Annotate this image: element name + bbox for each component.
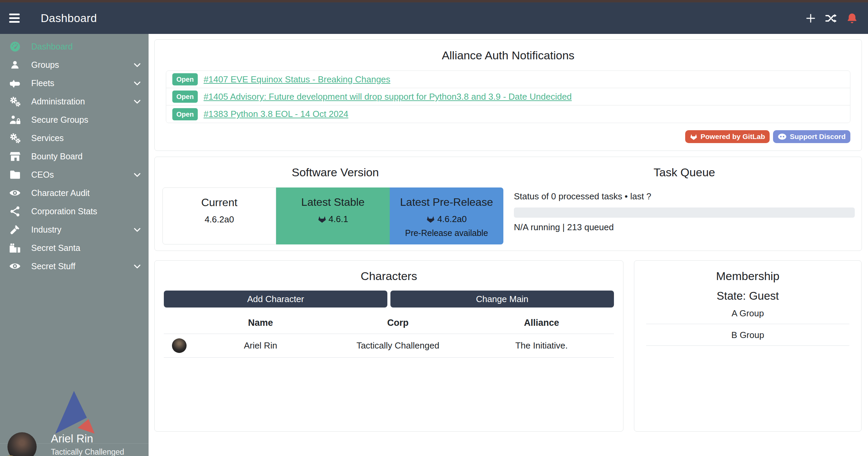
notifications-title: Alliance Auth Notifications bbox=[166, 49, 850, 62]
task-queue-column: Task Queue Status of 0 processed tasks •… bbox=[508, 157, 862, 251]
character-row: Ariel Rin Tactically Challenged The Init… bbox=[164, 334, 614, 358]
sidebar-item-bounty-board[interactable]: Bounty Board bbox=[0, 147, 149, 165]
tachometer-icon bbox=[8, 41, 22, 52]
task-queue-counts: N/A running | 213 queued bbox=[514, 222, 855, 233]
chevron-down-icon bbox=[133, 225, 142, 234]
window-top-strip bbox=[0, 0, 868, 2]
characters-col-portrait bbox=[164, 311, 194, 334]
gitlab-fox-icon bbox=[690, 133, 697, 140]
sidebar-item-services[interactable]: Services bbox=[0, 129, 149, 147]
sidebar-item-dashboard[interactable]: Dashboard bbox=[0, 37, 149, 56]
footer-badges: Powered by GitLab Support Discord bbox=[166, 130, 850, 143]
notification-row: Open #1383 Python 3.8 EOL - 14 Oct 2024 bbox=[166, 105, 850, 123]
gitlab-badge[interactable]: Powered by GitLab bbox=[685, 130, 770, 143]
status-badge: Open bbox=[172, 108, 198, 120]
chevron-down-icon bbox=[133, 170, 142, 179]
membership-groups: A Group B Group bbox=[646, 302, 849, 346]
gears-icon bbox=[8, 96, 22, 107]
characters-title: Characters bbox=[164, 270, 614, 283]
folder-icon bbox=[8, 170, 22, 180]
notifications-list: Open #1407 EVE Equinox Status - Breaking… bbox=[166, 71, 850, 123]
characters-col-name: Name bbox=[194, 311, 327, 334]
sidebar-item-corporation-stats[interactable]: Corporation Stats bbox=[0, 202, 149, 220]
shop-icon bbox=[8, 151, 22, 162]
add-character-button[interactable]: Add Character bbox=[164, 291, 387, 308]
sidebar-item-secret-santa[interactable]: Secret Santa bbox=[0, 239, 149, 257]
change-main-button[interactable]: Change Main bbox=[390, 291, 614, 308]
notification-link[interactable]: #1405 Advisory: Future development will … bbox=[204, 92, 572, 102]
chevron-down-icon bbox=[133, 97, 142, 106]
characters-col-corp: Corp bbox=[327, 311, 469, 334]
sidebar-item-industry[interactable]: Industry bbox=[0, 220, 149, 239]
gitlab-fox-icon bbox=[318, 215, 326, 223]
chevron-down-icon bbox=[133, 79, 142, 88]
version-boxes: Current 4.6.2a0 Latest Stable 4.6.1 Late… bbox=[162, 187, 503, 244]
version-latest-stable: Latest Stable 4.6.1 bbox=[276, 187, 390, 244]
character-alliance: The Initiative. bbox=[469, 334, 614, 358]
gitlab-fox-icon bbox=[426, 215, 435, 223]
character-corp: Tactically Challenged bbox=[327, 334, 469, 358]
characters-table: Name Corp Alliance Ariel Rin Tactically … bbox=[164, 311, 614, 358]
notifications-panel: Alliance Auth Notifications Open #1407 E… bbox=[154, 39, 862, 151]
shuffle-icon[interactable] bbox=[825, 13, 838, 24]
discord-badge[interactable]: Support Discord bbox=[773, 130, 850, 143]
version-latest-prerelease: Latest Pre-Release 4.6.2a0 Pre-Release a… bbox=[390, 187, 503, 244]
navbar-actions bbox=[805, 13, 858, 24]
software-version-title: Software Version bbox=[162, 166, 508, 179]
user-identity: Ariel Rin Tactically Challenged The Init… bbox=[51, 432, 124, 456]
eye-icon bbox=[8, 188, 22, 198]
user-icon bbox=[8, 60, 22, 70]
bell-icon[interactable] bbox=[846, 13, 858, 24]
user-lock-icon bbox=[8, 115, 22, 125]
membership-title: Membership bbox=[646, 270, 849, 283]
sidebar-item-groups[interactable]: Groups bbox=[0, 56, 149, 74]
characters-col-alliance: Alliance bbox=[469, 311, 614, 334]
sidebar-item-administration[interactable]: Administration bbox=[0, 92, 149, 111]
character-name: Ariel Rin bbox=[194, 334, 327, 358]
status-badge: Open bbox=[172, 73, 198, 85]
sidebar-item-fleets[interactable]: Fleets bbox=[0, 74, 149, 92]
user-corp: Tactically Challenged bbox=[51, 448, 124, 456]
user-name: Ariel Rin bbox=[51, 432, 124, 445]
sidebar-item-secret-stuff[interactable]: Secret Stuff bbox=[0, 257, 149, 275]
eye-icon bbox=[8, 261, 22, 271]
software-version-column: Software Version Current 4.6.2a0 Latest … bbox=[155, 157, 508, 251]
notification-row: Open #1405 Advisory: Future development … bbox=[166, 88, 850, 105]
hamburger-menu-icon[interactable] bbox=[9, 14, 20, 23]
characters-actions: Add Character Change Main bbox=[164, 291, 614, 308]
notification-link[interactable]: #1407 EVE Equinox Status - Breaking Chan… bbox=[204, 74, 390, 85]
character-portrait bbox=[172, 338, 187, 353]
bottom-row: Characters Add Character Change Main Nam… bbox=[154, 260, 862, 432]
main-content: Alliance Auth Notifications Open #1407 E… bbox=[149, 34, 868, 456]
membership-panel: Membership State: Guest A Group B Group bbox=[634, 260, 862, 432]
sidebar-item-character-audit[interactable]: Character Audit bbox=[0, 184, 149, 202]
discord-icon bbox=[778, 133, 787, 140]
add-icon[interactable] bbox=[805, 13, 816, 24]
hammer-icon bbox=[8, 224, 22, 235]
chevron-down-icon bbox=[133, 60, 142, 70]
task-queue-title: Task Queue bbox=[514, 166, 855, 179]
membership-group: A Group bbox=[646, 302, 849, 324]
user-avatar bbox=[5, 430, 46, 456]
membership-group: B Group bbox=[646, 324, 849, 346]
top-navbar: Dashboard bbox=[0, 2, 868, 34]
notification-row: Open #1407 EVE Equinox Status - Breaking… bbox=[166, 71, 850, 88]
character-portrait bbox=[7, 432, 37, 456]
sidebar: Dashboard Groups bbox=[0, 34, 149, 456]
status-badge: Open bbox=[172, 91, 198, 103]
task-queue-status: Status of 0 processed tasks • last ? bbox=[514, 191, 855, 202]
user-panel: Ariel Rin Tactically Challenged The Init… bbox=[0, 444, 149, 456]
alliance-auth-logo bbox=[53, 391, 96, 437]
sidebar-nav: Dashboard Groups bbox=[0, 34, 149, 275]
share-nodes-icon bbox=[8, 206, 22, 217]
shuttle-icon bbox=[8, 78, 22, 88]
sidebar-item-secure-groups[interactable]: Secure Groups bbox=[0, 111, 149, 129]
version-current: Current 4.6.2a0 bbox=[162, 187, 276, 244]
gears-icon bbox=[8, 133, 22, 144]
gifts-icon bbox=[8, 243, 22, 253]
notification-link[interactable]: #1383 Python 3.8 EOL - 14 Oct 2024 bbox=[204, 109, 348, 119]
chevron-down-icon bbox=[133, 262, 142, 271]
software-version-panel: Software Version Current 4.6.2a0 Latest … bbox=[154, 157, 862, 251]
membership-state: State: Guest bbox=[646, 290, 849, 302]
sidebar-item-ceos[interactable]: CEOs bbox=[0, 165, 149, 184]
